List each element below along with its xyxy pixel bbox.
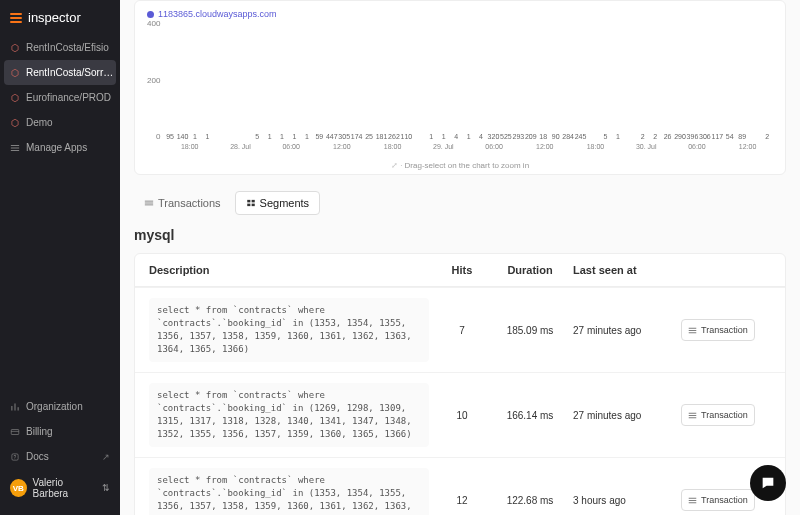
app-icon bbox=[10, 43, 20, 53]
nav-organization-label: Organization bbox=[26, 401, 83, 412]
app-icon bbox=[10, 68, 20, 78]
user-name: Valerio Barbera bbox=[33, 477, 96, 499]
nav-billing[interactable]: Billing bbox=[0, 419, 120, 444]
sidebar-item-app[interactable]: Demo bbox=[0, 110, 120, 135]
cell-last-seen: 27 minutes ago bbox=[573, 410, 673, 421]
help-icon: ? bbox=[10, 452, 20, 462]
svg-rect-3 bbox=[247, 200, 250, 203]
th-duration: Duration bbox=[495, 264, 565, 276]
app-icon bbox=[10, 118, 20, 128]
nav-manage-apps[interactable]: Manage Apps bbox=[0, 135, 120, 160]
chat-fab[interactable] bbox=[750, 465, 786, 501]
list-icon bbox=[688, 411, 697, 420]
chart-bars: 9514011511115944730517425181262110114143… bbox=[164, 23, 773, 141]
legend-dot-icon bbox=[147, 11, 154, 18]
sidebar-item-label: RentInCosta/Efisio bbox=[26, 42, 109, 53]
avatar: VB bbox=[10, 479, 27, 497]
table-row: select * from `contracts` where `contrac… bbox=[135, 457, 785, 515]
list-icon bbox=[688, 326, 697, 335]
sidebar-item-label: RentInCosta/Sorr… bbox=[26, 67, 113, 78]
cell-hits: 12 bbox=[437, 495, 487, 506]
x-axis: 18:0028. Jul06:0012:0018:0029. Jul06:001… bbox=[164, 143, 773, 159]
sidebar-item-label: Demo bbox=[26, 117, 53, 128]
chart-icon bbox=[10, 402, 20, 412]
cell-sql: select * from `contracts` where `contrac… bbox=[149, 298, 429, 362]
svg-rect-6 bbox=[251, 204, 254, 207]
chart-hint: ⤢ · Drag-select on the chart to zoom in bbox=[147, 161, 773, 170]
sidebar-item-label: Eurofinance/PROD bbox=[26, 92, 111, 103]
table-header: Description Hits Duration Last seen at bbox=[135, 254, 785, 287]
cell-hits: 10 bbox=[437, 410, 487, 421]
list-icon bbox=[688, 496, 697, 505]
section-title: mysql bbox=[120, 221, 800, 253]
sidebar: inspector RentInCosta/EfisioRentInCosta/… bbox=[0, 0, 120, 515]
table-row: select * from `contracts` where `contrac… bbox=[135, 372, 785, 457]
sidebar-item-app[interactable]: Eurofinance/PROD bbox=[0, 85, 120, 110]
svg-rect-4 bbox=[251, 200, 254, 203]
svg-rect-0 bbox=[11, 429, 19, 434]
y-axis: 4002000 bbox=[147, 19, 164, 159]
nav-docs-label: Docs bbox=[26, 451, 49, 462]
cell-last-seen: 3 hours ago bbox=[573, 495, 673, 506]
menu-icon bbox=[10, 143, 20, 153]
transaction-button[interactable]: Transaction bbox=[681, 404, 755, 426]
th-hits: Hits bbox=[437, 264, 487, 276]
tabs: Transactions Segments bbox=[120, 185, 800, 221]
chart-legend[interactable]: 1183865.cloudwaysapps.com bbox=[147, 9, 773, 19]
segments-table: Description Hits Duration Last seen at s… bbox=[134, 253, 786, 515]
app-icon bbox=[10, 93, 20, 103]
external-link-icon: ↗ bbox=[102, 452, 110, 462]
svg-rect-5 bbox=[247, 204, 250, 207]
chart-card: 1183865.cloudwaysapps.com 4002000 951401… bbox=[134, 0, 786, 175]
cell-hits: 7 bbox=[437, 325, 487, 336]
cell-last-seen: 27 minutes ago bbox=[573, 325, 673, 336]
chat-icon bbox=[760, 475, 776, 491]
tab-transactions-label: Transactions bbox=[158, 197, 221, 209]
nav-docs[interactable]: ? Docs ↗ bbox=[0, 444, 120, 469]
th-description: Description bbox=[149, 264, 429, 276]
nav-manage-apps-label: Manage Apps bbox=[26, 142, 87, 153]
tab-segments-label: Segments bbox=[260, 197, 310, 209]
brand-logo: inspector bbox=[0, 0, 120, 35]
segments-icon bbox=[246, 198, 256, 208]
th-last-seen: Last seen at bbox=[573, 264, 673, 276]
tab-segments[interactable]: Segments bbox=[235, 191, 321, 215]
sidebar-item-app[interactable]: RentInCosta/Efisio bbox=[0, 35, 120, 60]
chart[interactable]: 4002000 95140115111159447305174251812621… bbox=[147, 19, 773, 159]
nav-apps: RentInCosta/EfisioRentInCosta/Sorr…Eurof… bbox=[0, 35, 120, 135]
brand-name: inspector bbox=[28, 10, 81, 25]
cell-sql: select * from `contracts` where `contrac… bbox=[149, 468, 429, 515]
tab-transactions[interactable]: Transactions bbox=[134, 191, 231, 215]
sort-icon: ⇅ bbox=[102, 483, 110, 493]
transactions-icon bbox=[144, 198, 154, 208]
nav-billing-label: Billing bbox=[26, 426, 53, 437]
cell-duration: 185.09 ms bbox=[495, 325, 565, 336]
svg-text:?: ? bbox=[14, 453, 17, 459]
legend-label: 1183865.cloudwaysapps.com bbox=[158, 9, 277, 19]
cell-duration: 122.68 ms bbox=[495, 495, 565, 506]
card-icon bbox=[10, 427, 20, 437]
main-content: 1183865.cloudwaysapps.com 4002000 951401… bbox=[120, 0, 800, 515]
sidebar-item-app[interactable]: RentInCosta/Sorr… bbox=[4, 60, 116, 85]
logo-icon bbox=[10, 13, 22, 23]
user-menu[interactable]: VB Valerio Barbera ⇅ bbox=[0, 469, 120, 507]
cell-duration: 166.14 ms bbox=[495, 410, 565, 421]
transaction-button[interactable]: Transaction bbox=[681, 319, 755, 341]
cell-sql: select * from `contracts` where `contrac… bbox=[149, 383, 429, 447]
table-row: select * from `contracts` where `contrac… bbox=[135, 287, 785, 372]
nav-organization[interactable]: Organization bbox=[0, 394, 120, 419]
transaction-button[interactable]: Transaction bbox=[681, 489, 755, 511]
